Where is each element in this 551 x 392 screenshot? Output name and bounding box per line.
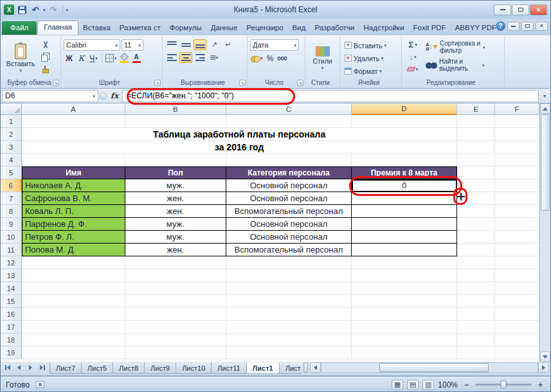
cell-E5[interactable] — [457, 166, 495, 179]
align-left-button[interactable] — [165, 52, 178, 63]
cell-B7[interactable]: жен. — [125, 192, 227, 205]
cell-A17[interactable] — [22, 321, 125, 334]
cell-C10[interactable]: Основной персонал — [226, 231, 352, 244]
cell-A13[interactable] — [22, 269, 125, 282]
cell-D15[interactable] — [352, 295, 458, 308]
cell-F13[interactable] — [495, 269, 539, 282]
cell-B15[interactable] — [125, 295, 227, 308]
cell-E3[interactable] — [457, 141, 495, 154]
cell-C17[interactable] — [226, 321, 352, 334]
formula-bar-splitter[interactable] — [100, 93, 107, 100]
cell-A4[interactable] — [22, 154, 125, 166]
sheet-tab-6[interactable]: Лист1 — [246, 362, 280, 374]
cell-D17[interactable] — [352, 321, 458, 334]
cell-E9[interactable] — [457, 218, 495, 231]
cell-C14[interactable] — [226, 282, 352, 295]
row-header-14[interactable]: 14 — [1, 282, 22, 295]
undo-dropdown-icon[interactable]: ▾ — [43, 8, 46, 12]
help-icon[interactable]: ? — [496, 21, 505, 31]
cell-F11[interactable] — [495, 244, 539, 256]
cell-B10[interactable]: муж. — [125, 231, 227, 244]
row-header-17[interactable]: 17 — [1, 321, 22, 334]
next-sheet-button[interactable] — [25, 362, 36, 373]
workbook-restore-button[interactable] — [521, 22, 534, 31]
workbook-minimize-button[interactable] — [507, 22, 519, 31]
font-color-button[interactable]: А — [131, 53, 142, 64]
cell-E14[interactable] — [457, 282, 495, 295]
row-header-10[interactable]: 10 — [1, 231, 22, 244]
customize-qat-icon[interactable]: ▾ — [66, 8, 69, 12]
find-select-button[interactable]: Найти и выделить ▾ — [424, 57, 487, 73]
cell-C5[interactable]: Категория персонала — [226, 166, 352, 179]
ribbon-tab-10[interactable]: Foxit PDF — [409, 21, 451, 35]
cell-A9[interactable]: Парфенов Д. Ф. — [22, 218, 125, 231]
column-header-F[interactable]: F — [495, 103, 539, 115]
column-header-D[interactable]: D — [352, 103, 458, 115]
cell-F5[interactable] — [495, 166, 539, 179]
ribbon-tab-2[interactable]: Вставка — [78, 21, 115, 35]
cell-B12[interactable] — [125, 256, 227, 269]
minimize-button[interactable] — [494, 4, 511, 15]
cell-B5[interactable]: Пол — [125, 166, 227, 179]
cell-E15[interactable] — [457, 295, 495, 308]
merge-center-button[interactable]: ⊞ ▾ — [208, 52, 221, 63]
zoom-in-button[interactable]: + — [536, 380, 545, 389]
cell-A10[interactable]: Петров Ф. Л. — [22, 231, 125, 244]
cell-F18[interactable] — [495, 334, 539, 346]
restore-button[interactable] — [512, 4, 529, 15]
format-cells-button[interactable]: Формат ▾ — [343, 65, 399, 77]
ribbon-tab-5[interactable]: Данные — [206, 21, 242, 35]
cell-D16[interactable] — [352, 308, 458, 321]
cell-D19[interactable] — [352, 346, 458, 359]
ribbon-tab-7[interactable]: Вид — [288, 21, 311, 35]
name-box[interactable]: D6 ▾ — [2, 90, 98, 102]
scroll-left-button[interactable] — [310, 362, 321, 373]
cell-D10[interactable] — [352, 231, 458, 244]
currency-format-button[interactable]: ▾ — [250, 53, 264, 64]
cell-E7[interactable] — [457, 192, 495, 205]
row-header-13[interactable]: 13 — [1, 269, 22, 282]
cell-A16[interactable] — [22, 308, 125, 321]
cell-C16[interactable] — [226, 308, 352, 321]
styles-button[interactable]: Стили ▾ — [308, 38, 337, 78]
row-header-18[interactable]: 18 — [1, 334, 22, 346]
cell-A11[interactable]: Попова М. Д. — [22, 244, 125, 256]
zoom-slider[interactable] — [475, 384, 532, 386]
fill-color-button[interactable] — [119, 53, 130, 64]
ribbon-tab-9[interactable]: Надстройки — [359, 21, 408, 35]
close-button[interactable]: × — [530, 4, 547, 15]
cell-C4[interactable] — [226, 154, 352, 166]
cell-C1[interactable] — [226, 115, 352, 128]
cell-D11[interactable] — [352, 244, 458, 256]
redo-button[interactable]: ↷ — [48, 4, 59, 15]
cell-C6[interactable]: Основной персонал — [226, 179, 352, 192]
first-sheet-button[interactable] — [2, 362, 13, 373]
cell-E10[interactable] — [457, 231, 495, 244]
bold-button[interactable]: Ж — [64, 53, 75, 64]
cell-F3[interactable] — [495, 141, 539, 154]
cell-F12[interactable] — [495, 256, 539, 269]
cell-F6[interactable] — [495, 179, 539, 192]
row-header-1[interactable]: 1 — [1, 115, 22, 128]
cell-D9[interactable] — [352, 218, 458, 231]
row-header-4[interactable]: 4 — [1, 154, 22, 166]
dialog-launcher-icon[interactable]: ↘ — [239, 80, 246, 86]
scroll-down-button[interactable] — [540, 352, 550, 362]
column-header-C[interactable]: C — [226, 103, 352, 115]
row-header-9[interactable]: 9 — [1, 218, 22, 231]
cell-B18[interactable] — [125, 334, 227, 346]
zoom-slider-thumb[interactable] — [501, 380, 507, 389]
ribbon-tab-3[interactable]: Разметка ст — [115, 21, 165, 35]
cell-A3-merged[interactable]: за 2016 год — [22, 141, 457, 154]
dialog-launcher-icon[interactable]: ↘ — [53, 80, 59, 86]
insert-cells-button[interactable]: + Вставить ▾ — [343, 39, 399, 51]
orientation-button[interactable]: ↗ — [208, 39, 221, 50]
italic-button[interactable]: К — [76, 53, 87, 64]
cell-A8[interactable]: Коваль Л. П. — [22, 205, 125, 218]
ribbon-tab-8[interactable]: Разработчи — [310, 21, 359, 35]
autosum-button[interactable]: Σ ▾ — [404, 39, 421, 50]
tab-split-handle[interactable] — [303, 362, 308, 373]
align-center-button[interactable] — [179, 52, 192, 63]
cell-F7[interactable] — [495, 192, 539, 205]
save-button[interactable] — [16, 4, 28, 15]
